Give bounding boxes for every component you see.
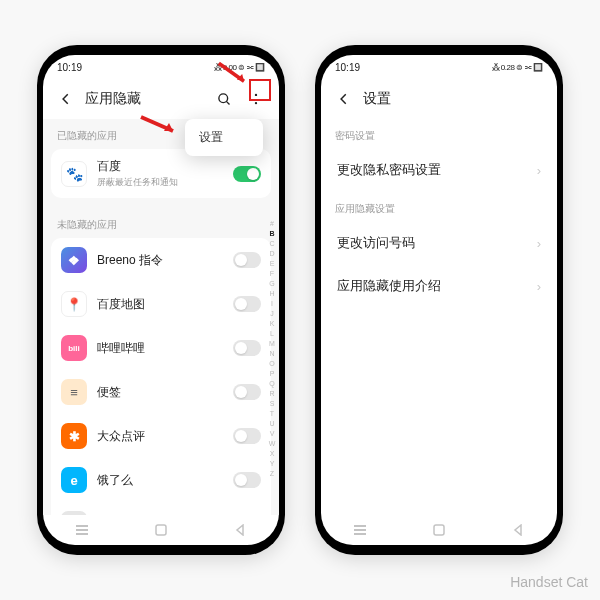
app-name: 大众点评 [97,428,223,445]
index-letter[interactable]: J [267,309,277,319]
index-letter[interactable]: F [267,269,277,279]
app-name: 百度 [97,158,223,175]
row-usage-intro[interactable]: 应用隐藏使用介绍 › [321,265,557,308]
back-button[interactable] [335,90,353,108]
status-time: 10:19 [57,62,82,73]
app-row[interactable]: ✎反馈工具箱 [51,502,271,515]
index-letter[interactable]: X [267,449,277,459]
index-letter[interactable]: N [267,349,277,359]
index-letter[interactable]: U [267,419,277,429]
row-label: 更改访问号码 [337,235,415,252]
nav-recents[interactable] [345,523,375,537]
index-letter[interactable]: P [267,369,277,379]
row-label: 应用隐藏使用介绍 [337,278,441,295]
index-letter[interactable]: C [267,239,277,249]
app-icon: ❖ [61,247,87,273]
index-letter[interactable]: # [267,219,277,229]
section-app-hide: 应用隐藏设置 [321,192,557,222]
section-unhidden-apps: 未隐藏的应用 [43,208,279,238]
page-title: 应用隐藏 [85,90,205,108]
app-name: Breeno 指令 [97,252,223,269]
alpha-index[interactable]: #BCDEFGHIJKLMNOPQRSTUVWXYZ [267,219,277,479]
toggle[interactable] [233,472,261,488]
app-name: 饿了么 [97,472,223,489]
index-letter[interactable]: V [267,429,277,439]
svg-rect-9 [354,533,366,535]
row-label: 更改隐私密码设置 [337,162,441,179]
app-row[interactable]: ❖Breeno 指令 [51,238,271,282]
nav-back[interactable] [503,523,533,537]
chevron-right-icon: › [537,236,541,251]
toggle[interactable] [233,428,261,444]
index-letter[interactable]: I [267,299,277,309]
toggle[interactable] [233,296,261,312]
index-letter[interactable]: B [267,229,277,239]
app-icon: 📍 [61,291,87,317]
svg-rect-4 [76,525,88,527]
svg-rect-8 [354,525,366,527]
app-icon: ✱ [61,423,87,449]
app-row[interactable]: 📍百度地图 [51,282,271,326]
annotation-arrow-popup [139,113,183,143]
index-letter[interactable]: E [267,259,277,269]
app-icon: ✎ [61,511,87,515]
watermark: Handset Cat [510,574,588,590]
section-password: 密码设置 [321,119,557,149]
nav-bar [43,515,279,545]
chevron-right-icon: › [537,163,541,178]
svg-rect-6 [156,525,166,535]
app-icon: e [61,467,87,493]
nav-bar [321,515,557,545]
index-letter[interactable]: D [267,249,277,259]
toggle[interactable] [233,384,261,400]
app-name: 哔哩哔哩 [97,340,223,357]
nav-home[interactable] [424,523,454,537]
app-name: 便签 [97,384,223,401]
toggle[interactable] [233,340,261,356]
nav-recents[interactable] [67,523,97,537]
index-letter[interactable]: M [267,339,277,349]
status-bar: 10:19 ⁂ 0.28 ⊜ ⫘ 🔲 [321,55,557,79]
svg-point-2 [255,102,257,104]
toggle[interactable] [233,252,261,268]
content-area: 已隐藏的应用 🐾 百度 屏蔽最近任务和通知 未隐藏的应用 ❖Breeno 指令📍… [43,119,279,515]
app-row[interactable]: ✱大众点评 [51,414,271,458]
index-letter[interactable]: G [267,279,277,289]
index-letter[interactable]: Y [267,459,277,469]
index-letter[interactable]: Z [267,469,277,479]
nav-back[interactable] [225,523,255,537]
app-row-hidden[interactable]: 🐾 百度 屏蔽最近任务和通知 [51,149,271,198]
index-letter[interactable]: H [267,289,277,299]
app-icon: ≡ [61,379,87,405]
index-letter[interactable]: Q [267,379,277,389]
app-name: 百度地图 [97,296,223,313]
index-letter[interactable]: T [267,409,277,419]
index-letter[interactable]: S [267,399,277,409]
back-button[interactable] [57,90,75,108]
svg-rect-5 [76,533,88,535]
nav-home[interactable] [146,523,176,537]
search-icon[interactable] [215,90,233,108]
index-letter[interactable]: L [267,329,277,339]
app-icon: bili [61,335,87,361]
row-change-password[interactable]: 更改隐私密码设置 › [321,149,557,192]
content-area: 密码设置 更改隐私密码设置 › 应用隐藏设置 更改访问号码 › 应用隐藏使用介绍… [321,119,557,515]
app-row[interactable]: ≡便签 [51,370,271,414]
page-title: 设置 [363,90,543,108]
popup-menu: 设置 [185,119,263,156]
status-indicators: ⁂ 0.28 ⊜ ⫘ 🔲 [492,63,543,72]
toggle-hidden[interactable] [233,166,261,182]
status-time: 10:19 [335,62,360,73]
index-letter[interactable]: K [267,319,277,329]
index-letter[interactable]: O [267,359,277,369]
popup-item-settings[interactable]: 设置 [185,119,263,156]
index-letter[interactable]: R [267,389,277,399]
row-change-access[interactable]: 更改访问号码 › [321,222,557,265]
app-row[interactable]: e饿了么 [51,458,271,502]
svg-point-0 [218,93,227,102]
app-row[interactable]: bili哔哩哔哩 [51,326,271,370]
chevron-right-icon: › [537,279,541,294]
app-icon-baidu: 🐾 [61,161,87,187]
annotation-arrow-more [217,61,253,89]
index-letter[interactable]: W [267,439,277,449]
